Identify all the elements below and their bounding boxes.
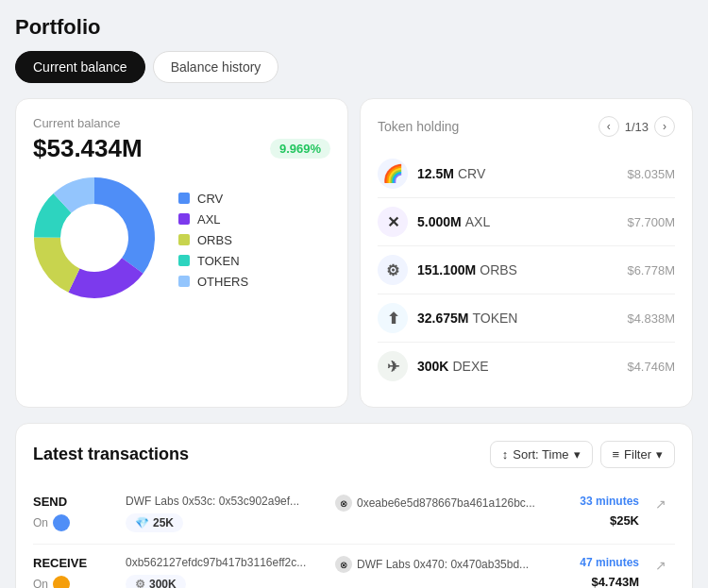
tab-current-balance[interactable]: Current balance <box>15 51 145 83</box>
balance-card: Current balance $53.434M 9.969% <box>15 98 348 408</box>
legend-dot-others <box>178 276 190 287</box>
token-header: Token holding ‹ 1/13 › <box>378 116 675 137</box>
tx-token-badge-send: 💎 25K <box>126 513 183 532</box>
tx-type-send: SEND <box>33 495 118 509</box>
token-icon-dexe: ✈ <box>378 351 408 381</box>
tx-token-icon-receive: ⚙ <box>135 578 145 588</box>
tx-on-label-send: On <box>33 516 48 529</box>
token-usd-axl: $7.700M <box>627 215 675 229</box>
sort-chevron-icon: ▾ <box>574 447 581 462</box>
legend-item-orbs: ORBS <box>178 233 248 247</box>
tx-to-addr-send: 0xeabe6e5d878667ba461a126bc... <box>357 496 535 510</box>
token-holding-card: Token holding ‹ 1/13 › 🌈 12.5MCRV $8.035… <box>360 98 693 408</box>
balance-value: $53.434M <box>33 134 143 163</box>
tx-type-col-receive: RECEIVE On <box>33 556 118 588</box>
token-row-crv: 🌈 12.5MCRV $8.035M <box>378 150 675 198</box>
tx-type-receive: RECEIVE <box>33 556 118 570</box>
tx-title: Latest transactions <box>33 445 189 464</box>
legend-item-axl: AXL <box>178 212 248 227</box>
tx-link-receive[interactable]: ↗ <box>647 556 675 573</box>
token-row-orbs: ⚙ 151.100MORBS $6.778M <box>378 246 675 294</box>
token-next-button[interactable]: › <box>654 116 675 137</box>
token-prev-button[interactable]: ‹ <box>598 116 619 137</box>
token-symbol-crv: CRV <box>458 166 485 181</box>
token-icon-axl: ✕ <box>378 207 408 237</box>
legend-label-axl: AXL <box>197 212 221 227</box>
legend-label-crv: CRV <box>197 192 223 206</box>
tx-to-icon-send: ⊗ <box>335 495 352 512</box>
tx-row-receive: RECEIVE On 0xb562127efdc97b417b3116eff2c… <box>33 545 675 588</box>
tx-token-badge-receive: ⚙ 300K <box>126 575 186 588</box>
token-amount-dexe: 300K <box>417 359 448 374</box>
token-row-token: ⬆ 32.675MTOKEN $4.838M <box>378 294 675 343</box>
tx-on-send: On <box>33 514 118 531</box>
page-title: Portfolio <box>15 15 693 40</box>
tx-token-amount-receive: 300K <box>149 578 177 588</box>
tx-to-icon-receive: ⊗ <box>335 556 352 573</box>
filter-icon: ≡ <box>613 447 620 462</box>
tx-time-col-receive: 47 minutes $4.743M <box>545 556 639 588</box>
token-row-dexe: ✈ 300KDEXE $4.746M <box>378 343 675 390</box>
balance-change-badge: 9.969% <box>270 139 330 159</box>
tx-usd-send: $25K <box>545 513 639 528</box>
filter-button[interactable]: ≡ Filter ▾ <box>600 441 675 468</box>
sort-label: Sort: Time <box>513 447 568 462</box>
tx-on-receive: On <box>33 576 118 588</box>
tx-link-send[interactable]: ↗ <box>647 495 675 512</box>
tx-from-col-send: DWF Labs 0x53c: 0x53c902a9ef... 💎 25K <box>126 495 328 532</box>
tx-to-col-send: ⊗ 0xeabe6e5d878667ba461a126bc... <box>335 495 537 515</box>
legend-dot-crv <box>178 193 190 204</box>
token-holding-title: Token holding <box>378 119 459 134</box>
tab-balance-history[interactable]: Balance history <box>153 51 279 83</box>
legend-dot-token <box>178 255 190 266</box>
token-usd-token: $4.838M <box>627 311 675 326</box>
tx-usd-receive: $4.743M <box>545 575 639 588</box>
tx-controls: ↕ Sort: Time ▾ ≡ Filter ▾ <box>490 441 675 468</box>
main-grid: Current balance $53.434M 9.969% <box>15 98 693 408</box>
tx-time-col-send: 33 minutes $25K <box>545 495 639 528</box>
tx-row-send: SEND On DWF Labs 0x53c: 0x53c902a9ef... … <box>33 483 675 545</box>
tx-to-addr-receive: DWF Labs 0x470: 0x470ab35bd... <box>357 558 529 571</box>
token-amount-crv: 12.5M <box>417 166 454 181</box>
tx-on-icon-send <box>53 514 70 531</box>
sort-button[interactable]: ↕ Sort: Time ▾ <box>490 441 593 468</box>
legend-dot-orbs <box>178 234 190 245</box>
tx-from-addr-send: DWF Labs 0x53c: 0x53c902a9ef... <box>126 495 328 508</box>
svg-point-5 <box>63 207 126 269</box>
donut-svg <box>33 176 156 299</box>
donut-section: CRV AXL ORBS TOKEN <box>33 176 330 303</box>
token-nav: ‹ 1/13 › <box>598 116 675 137</box>
tx-from-addr-receive: 0xb562127efdc97b417b3116eff2c... <box>126 556 328 569</box>
tx-to-col-receive: ⊗ DWF Labs 0x470: 0x470ab35bd... <box>335 556 537 577</box>
token-symbol-token: TOKEN <box>472 311 517 326</box>
token-usd-dexe: $4.746M <box>627 360 675 374</box>
donut-chart <box>33 176 156 303</box>
legend-item-token: TOKEN <box>178 254 248 268</box>
page-container: Portfolio Current balance Balance histor… <box>15 15 693 588</box>
tx-on-icon-receive <box>53 576 70 588</box>
balance-label: Current balance <box>33 116 330 130</box>
legend-dot-axl <box>178 213 190 225</box>
token-page: 1/13 <box>625 120 649 134</box>
legend-label-orbs: ORBS <box>197 233 232 247</box>
transactions-card: Latest transactions ↕ Sort: Time ▾ ≡ Fil… <box>15 423 693 588</box>
token-usd-orbs: $6.778M <box>627 263 675 277</box>
tx-token-icon-send: 💎 <box>135 516 149 529</box>
token-symbol-orbs: ORBS <box>480 262 517 277</box>
token-amount-orbs: 151.100M <box>417 262 476 277</box>
filter-chevron-icon: ▾ <box>656 447 663 462</box>
sort-icon: ↕ <box>502 447 509 462</box>
token-icon-crv: 🌈 <box>378 159 408 189</box>
token-amount-token: 32.675M <box>417 311 468 326</box>
legend: CRV AXL ORBS TOKEN <box>178 192 248 289</box>
balance-row: $53.434M 9.969% <box>33 134 330 163</box>
token-symbol-dexe: DEXE <box>452 359 488 374</box>
legend-item-crv: CRV <box>178 192 248 206</box>
token-icon-token: ⬆ <box>378 303 408 333</box>
legend-label-others: OTHERS <box>197 275 248 289</box>
tab-bar: Current balance Balance history <box>15 51 693 83</box>
token-usd-crv: $8.035M <box>627 167 675 181</box>
filter-label: Filter <box>624 447 651 462</box>
tx-time-send: 33 minutes <box>545 495 639 508</box>
tx-type-col-send: SEND On <box>33 495 118 531</box>
